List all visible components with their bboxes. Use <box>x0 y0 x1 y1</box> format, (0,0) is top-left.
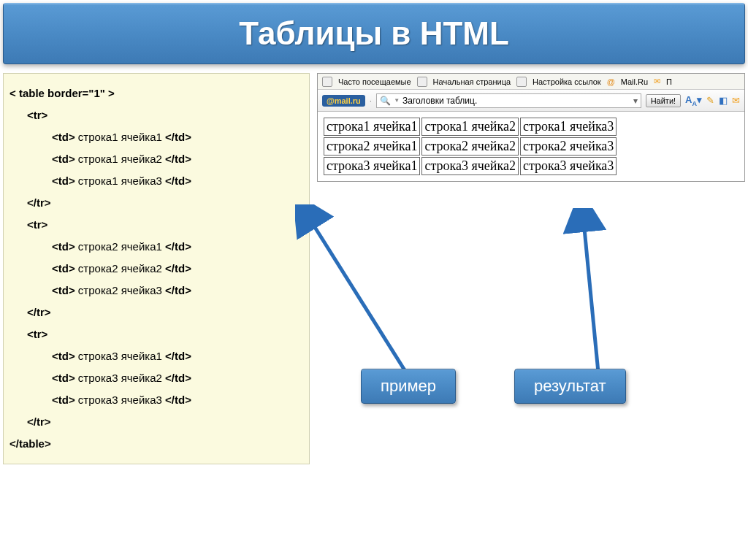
page-icon <box>322 77 332 87</box>
bookmark-link[interactable]: Начальная страница <box>433 77 511 86</box>
browser-preview: Часто посещаемые Начальная страница Наст… <box>317 73 745 182</box>
code-text: <td> <box>52 350 75 362</box>
bookmark-link[interactable]: Часто посещаемые <box>338 77 411 86</box>
code-example-panel: < table border="1" > <tr> <td> строка1 я… <box>3 73 310 464</box>
search-text: Заголовки таблиц. <box>402 96 477 106</box>
table-cell: строка1 ячейка1 <box>324 118 420 136</box>
code-text: строка3 ячейка2 <box>75 372 165 384</box>
result-table: строка1 ячейка1 строка1 ячейка2 строка1 … <box>322 116 618 177</box>
label-result: результат <box>514 369 626 404</box>
dropdown-icon[interactable]: ▾ <box>633 96 638 106</box>
table-cell: строка3 ячейка3 <box>520 157 617 175</box>
arrow-to-code <box>295 204 427 394</box>
code-text: <td> <box>52 174 75 187</box>
camera-icon[interactable]: ◧ <box>719 95 728 106</box>
partial-text: П <box>666 77 672 86</box>
code-text: <tr> <box>27 218 47 231</box>
code-text: < table border="1" > <box>9 87 115 99</box>
bookmark-link[interactable]: Mail.Ru <box>621 77 648 86</box>
code-text: <td> <box>52 240 75 253</box>
page-title: Таблицы в HTML <box>239 15 509 52</box>
code-text: <td> <box>52 153 75 165</box>
code-text: </td> <box>165 284 191 296</box>
code-text: строка2 ячейка1 <box>75 240 165 253</box>
bookmarks-toolbar: Часто посещаемые Начальная страница Наст… <box>318 74 744 90</box>
code-text: </td> <box>165 153 191 165</box>
code-text: </tr> <box>27 196 51 209</box>
code-text: </td> <box>165 131 191 143</box>
find-button[interactable]: Найти! <box>646 94 681 107</box>
page-icon <box>417 77 427 87</box>
code-text: <td> <box>52 131 75 143</box>
code-text: </td> <box>165 174 191 187</box>
code-text: </td> <box>165 240 191 253</box>
code-text: </table> <box>9 437 51 450</box>
mailru-logo[interactable]: @mail.ru <box>322 95 365 107</box>
bookmark-link[interactable]: Настройка ссылок <box>533 77 601 86</box>
code-text: <td> <box>52 394 75 406</box>
mail-icon: @ <box>607 77 615 86</box>
label-example: пример <box>361 369 456 404</box>
table-cell: строка3 ячейка2 <box>421 157 518 175</box>
font-size-icon[interactable]: AA▾ <box>685 94 702 107</box>
page-icon <box>516 77 527 87</box>
mail-icon[interactable]: ✉ <box>732 95 740 106</box>
code-text: </td> <box>165 394 191 406</box>
code-text: </tr> <box>27 415 51 428</box>
table-cell: строка2 ячейка3 <box>520 137 617 156</box>
table-cell: строка1 ячейка2 <box>421 118 518 136</box>
code-text: строка2 ячейка3 <box>75 284 165 296</box>
code-text: <tr> <box>27 109 47 121</box>
table-row: строка1 ячейка1 строка1 ячейка2 строка1 … <box>324 118 617 136</box>
magnifier-icon: 🔍 <box>380 96 391 106</box>
code-text: <td> <box>52 262 75 275</box>
table-cell: строка3 ячейка1 <box>324 157 420 175</box>
search-toolbar: @mail.ru · 🔍 ▼ Заголовки таблиц. ▾ Найти… <box>318 90 744 112</box>
search-input[interactable]: 🔍 ▼ Заголовки таблиц. ▾ <box>376 93 641 108</box>
table-row: строка2 ячейка1 строка2 ячейка2 строка2 … <box>324 137 617 156</box>
code-text: строка3 ячейка1 <box>75 350 165 362</box>
svg-line-0 <box>310 219 408 376</box>
highlight-icon[interactable]: ✎ <box>706 95 714 106</box>
code-text: строка3 ячейка3 <box>75 394 165 406</box>
code-text: <tr> <box>27 328 47 340</box>
code-text: <td> <box>52 284 75 296</box>
mail-compose-icon[interactable]: ✉ <box>654 77 660 86</box>
table-cell: строка2 ячейка2 <box>421 137 518 156</box>
code-text: строка1 ячейка2 <box>75 153 165 165</box>
code-text: </td> <box>165 372 191 384</box>
code-text: </td> <box>165 350 191 362</box>
code-text: <td> <box>52 372 75 384</box>
title-bar: Таблицы в HTML <box>3 3 745 64</box>
table-cell: строка2 ячейка1 <box>324 137 420 156</box>
code-text: </tr> <box>27 306 51 318</box>
code-text: строка1 ячейка1 <box>75 131 165 143</box>
table-cell: строка1 ячейка3 <box>520 118 617 136</box>
arrow-to-result <box>551 208 638 391</box>
code-text: строка1 ячейка3 <box>75 174 165 187</box>
table-row: строка3 ячейка1 строка3 ячейка2 строка3 … <box>324 157 617 175</box>
code-text: </td> <box>165 262 191 275</box>
svg-line-1 <box>584 221 598 372</box>
code-text: строка2 ячейка2 <box>75 262 165 275</box>
